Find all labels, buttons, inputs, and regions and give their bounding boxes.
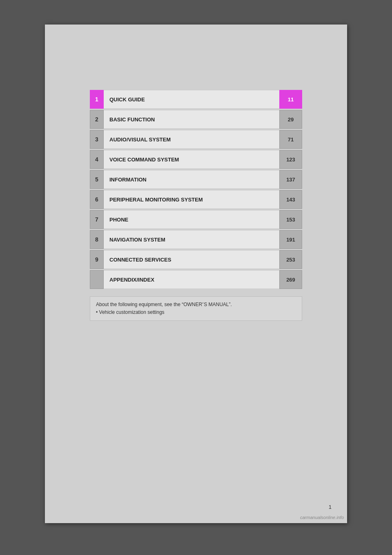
note-line1: About the following equipment, see the “… <box>96 301 296 309</box>
toc-row: 5INFORMATION137 <box>90 170 302 189</box>
toc-chapter-title[interactable]: BASIC FUNCTION <box>104 110 279 129</box>
toc-page-number: 29 <box>279 110 302 129</box>
toc-row: 7PHONE153 <box>90 210 302 229</box>
toc-chapter-title[interactable]: VOICE COMMAND SYSTEM <box>104 150 279 169</box>
toc-chapter-title[interactable]: NAVIGATION SYSTEM <box>104 230 279 249</box>
toc-row: 4VOICE COMMAND SYSTEM123 <box>90 150 302 169</box>
toc-chapter-number: 3 <box>90 130 104 149</box>
toc-chapter-number: 1 <box>90 90 104 109</box>
toc-chapter-title[interactable]: CONNECTED SERVICES <box>104 250 279 269</box>
page: 1QUICK GUIDE112BASIC FUNCTION293AUDIO/VI… <box>45 25 347 523</box>
toc-row: 3AUDIO/VISUAL SYSTEM71 <box>90 130 302 149</box>
toc-chapter-number: 5 <box>90 170 104 189</box>
toc-chapter-number: 4 <box>90 150 104 169</box>
toc-row: 9CONNECTED SERVICES253 <box>90 250 302 269</box>
toc-chapter-number: 9 <box>90 250 104 269</box>
toc-page-number: 253 <box>279 250 302 269</box>
toc-row: 2BASIC FUNCTION29 <box>90 110 302 129</box>
page-number: 1 <box>329 504 332 510</box>
toc-page-number: 153 <box>279 210 302 229</box>
toc-chapter-number: 8 <box>90 230 104 249</box>
toc-chapter-number <box>90 270 104 289</box>
note-box: About the following equipment, see the “… <box>90 296 302 321</box>
toc-chapter-number: 2 <box>90 110 104 129</box>
toc-chapter-title[interactable]: PHONE <box>104 210 279 229</box>
toc-page-number: 191 <box>279 230 302 249</box>
toc-row: 6PERIPHERAL MONITORING SYSTEM143 <box>90 190 302 209</box>
toc-page-number: 269 <box>279 270 302 289</box>
toc-chapter-title[interactable]: APPENDIX/INDEX <box>104 270 279 289</box>
toc-chapter-title[interactable]: PERIPHERAL MONITORING SYSTEM <box>104 190 279 209</box>
toc-page-number: 71 <box>279 130 302 149</box>
toc-container: 1QUICK GUIDE112BASIC FUNCTION293AUDIO/VI… <box>90 90 302 321</box>
toc-chapter-number: 6 <box>90 190 104 209</box>
toc-chapter-title[interactable]: AUDIO/VISUAL SYSTEM <box>104 130 279 149</box>
toc-row: 8NAVIGATION SYSTEM191 <box>90 230 302 249</box>
toc-page-number: 137 <box>279 170 302 189</box>
toc-page-number: 143 <box>279 190 302 209</box>
note-line2: • Vehicle customization settings <box>96 309 296 316</box>
toc-page-number: 123 <box>279 150 302 169</box>
toc-row: APPENDIX/INDEX269 <box>90 270 302 289</box>
toc-chapter-title[interactable]: QUICK GUIDE <box>104 90 279 109</box>
toc-row: 1QUICK GUIDE11 <box>90 90 302 109</box>
toc-chapter-title[interactable]: INFORMATION <box>104 170 279 189</box>
toc-page-number: 11 <box>279 90 302 109</box>
watermark: carmanualsonline.info <box>300 515 344 520</box>
toc-chapter-number: 7 <box>90 210 104 229</box>
